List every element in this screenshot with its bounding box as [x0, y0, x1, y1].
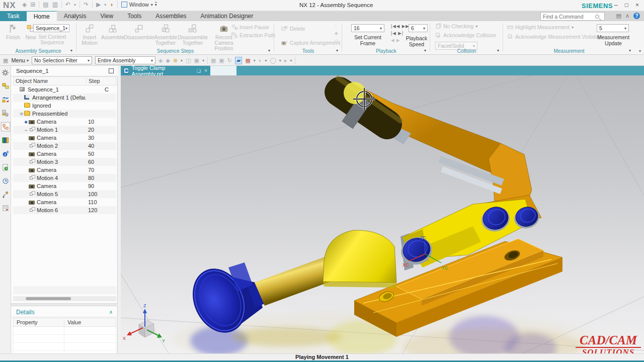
- panel-window-icon[interactable]: [109, 68, 114, 73]
- tab-pin-icon[interactable]: ❏: [197, 68, 201, 73]
- tree-row[interactable]: →Motion 120: [13, 126, 116, 134]
- show-hide-icon[interactable]: ▦: [211, 57, 216, 64]
- web-browser-icon[interactable]: [1, 163, 10, 172]
- extraction-path-button[interactable]: Extraction Path: [231, 32, 275, 38]
- undo-icon[interactable]: ↶: [65, 1, 70, 8]
- group-label-tools[interactable]: Tools▾: [274, 48, 342, 54]
- save-icon[interactable]: ▤: [43, 1, 48, 8]
- acknowledge-violation-button[interactable]: Acknowledge Measurement Violation: [507, 34, 602, 40]
- panel-splitter[interactable]: [11, 303, 118, 306]
- undo-dropdown-icon[interactable]: ▾: [74, 3, 76, 7]
- tab-view[interactable]: View: [93, 11, 120, 21]
- tab-home[interactable]: Home: [27, 11, 57, 21]
- reuse-library-icon[interactable]: [1, 136, 10, 145]
- window-menu[interactable]: Window ▾ ▾: [121, 2, 157, 8]
- collapse-details-icon[interactable]: ∧: [109, 309, 113, 315]
- tree-row[interactable]: Motion 6120: [13, 206, 116, 214]
- tools-mini-icon-2[interactable]: ◈: [335, 31, 338, 36]
- help-icon[interactable]: ?: [633, 13, 640, 19]
- menu-button[interactable]: Menu▾: [11, 57, 29, 63]
- tab-task[interactable]: Task: [0, 11, 27, 21]
- tools-mini-icon-1[interactable]: ◌: [335, 23, 338, 28]
- 3d-scene[interactable]: XC YC ZC: [121, 75, 644, 353]
- sequence-navigator-icon[interactable]: [1, 122, 10, 131]
- minimize-button[interactable]: –: [614, 2, 618, 9]
- disassemble-button[interactable]: Disassemble: [125, 22, 153, 51]
- assemble-button[interactable]: Assemble: [101, 22, 125, 51]
- current-frame-select[interactable]: 16 ▾: [351, 24, 384, 32]
- close-button[interactable]: ×: [635, 2, 639, 9]
- tree-horizontal-scrollbar[interactable]: [13, 296, 116, 301]
- roles-gear-icon[interactable]: [1, 68, 10, 77]
- tab-assemblies[interactable]: Assemblies: [148, 11, 193, 21]
- step-back-button[interactable]: |◀: [391, 31, 396, 36]
- scrollbar-thumb[interactable]: [26, 297, 71, 300]
- playback-speed-select[interactable]: 6 ▾: [409, 24, 428, 32]
- play-backward-button[interactable]: ◀: [391, 38, 395, 43]
- process-studio-icon[interactable]: [1, 190, 10, 199]
- tree-row[interactable]: Camera110: [13, 198, 116, 206]
- open-icon[interactable]: ⊞: [30, 1, 35, 8]
- group-label-sequence-steps[interactable]: Sequence Steps▾: [76, 48, 274, 54]
- ribbon-overflow-arrow[interactable]: ▾: [639, 49, 641, 53]
- group-label-playback[interactable]: Playback▾: [342, 48, 430, 54]
- ribbon-options-icon[interactable]: ▤: [616, 13, 621, 19]
- play-forward-button[interactable]: ▶: [396, 38, 400, 43]
- tab-analysis[interactable]: Analysis: [57, 11, 94, 21]
- snap-point-icon[interactable]: ◈: [158, 57, 163, 64]
- find-command-box[interactable]: [540, 12, 605, 21]
- group-label-collision[interactable]: Collision▾: [430, 48, 503, 54]
- minimize-ribbon-icon[interactable]: ∧: [625, 13, 629, 19]
- column-value[interactable]: Value: [64, 319, 116, 325]
- tree-column-headers[interactable]: Object Name Step: [13, 76, 116, 85]
- rendering-style-icon[interactable]: ◐: [259, 57, 262, 63]
- tab-close-icon[interactable]: ×: [204, 68, 207, 73]
- edit-work-section-icon[interactable]: ▰: [235, 57, 242, 64]
- tree-row[interactable]: Camera90: [13, 182, 116, 190]
- selection-filter-select[interactable]: No Selection Filter ▾: [32, 56, 92, 64]
- tree-row[interactable]: Motion 240: [13, 142, 116, 150]
- maximize-button[interactable]: □: [625, 2, 628, 9]
- details-header[interactable]: Details ∧: [11, 307, 118, 317]
- capture-arrangement-button[interactable]: Capture Arrangement: [281, 39, 340, 46]
- column-object-name[interactable]: Object Name: [14, 78, 86, 84]
- group-label-assembly-sequence[interactable]: Assembly Sequence▾: [0, 48, 76, 54]
- save-as-icon[interactable]: ▥: [52, 1, 58, 8]
- toggle-clamp-model[interactable]: XC YC ZC: [121, 75, 644, 353]
- finish-button[interactable]: Finish: [3, 22, 23, 40]
- qat-customize-icon[interactable]: ▾: [155, 2, 157, 7]
- history-icon[interactable]: [1, 176, 10, 186]
- selection-box-icon[interactable]: ▣: [194, 57, 199, 64]
- window-view-icon[interactable]: ▣: [219, 57, 224, 64]
- tree-row[interactable]: Motion 480: [13, 174, 116, 182]
- no-checking-dropdown[interactable]: No Checking ▾: [435, 23, 477, 29]
- sequence-select[interactable]: Sequence_1 ▾: [33, 24, 69, 32]
- rewind-to-start-button[interactable]: |◀◀: [391, 24, 400, 29]
- insert-motion-button[interactable]: Insert Motion: [78, 22, 101, 51]
- selection-scope-select[interactable]: Entire Assembly ▾: [95, 56, 155, 64]
- rotate-view-icon[interactable]: ↻: [227, 57, 232, 64]
- tree-row[interactable]: Sequence_1C: [13, 85, 116, 94]
- delete-button[interactable]: Delete: [281, 25, 305, 32]
- group-label-measurement[interactable]: Measurement▾: [503, 48, 635, 54]
- tree-row[interactable]: Camera30: [13, 134, 116, 142]
- tab-animation-designer[interactable]: Animation Designer: [194, 11, 261, 21]
- animation-play-icon[interactable]: ▸: [284, 57, 287, 64]
- column-property[interactable]: Property: [14, 319, 64, 325]
- acknowledge-collision-button[interactable]: Acknowledge Collision: [435, 32, 496, 38]
- selection-ball[interactable]: [344, 82, 366, 104]
- tools-mini-icon-3[interactable]: ◇: [335, 38, 338, 43]
- brush-icon[interactable]: ◗: [110, 1, 113, 8]
- tree-row[interactable]: Motion 360: [13, 158, 116, 166]
- find-command-input[interactable]: [543, 14, 595, 20]
- constraint-navigator-icon[interactable]: [1, 95, 10, 104]
- clip-section-icon[interactable]: ▦: [245, 57, 250, 64]
- assemble-together-button[interactable]: Assemble Together: [153, 22, 178, 51]
- point-dialog-icon[interactable]: ⊕: [173, 57, 178, 64]
- part-file-tab[interactable]: Toggle Clamp Assembly.prt ❏ ×: [121, 66, 210, 75]
- select-highlight-icon[interactable]: ◆: [166, 57, 170, 64]
- insert-pause-button[interactable]: Insert Pause: [231, 24, 275, 30]
- highlight-measurement-dropdown[interactable]: Highlight Measurement ▾: [507, 24, 574, 30]
- tree-row[interactable]: Camera50: [13, 150, 116, 158]
- disassemble-together-button[interactable]: Disassemble Together: [178, 22, 207, 51]
